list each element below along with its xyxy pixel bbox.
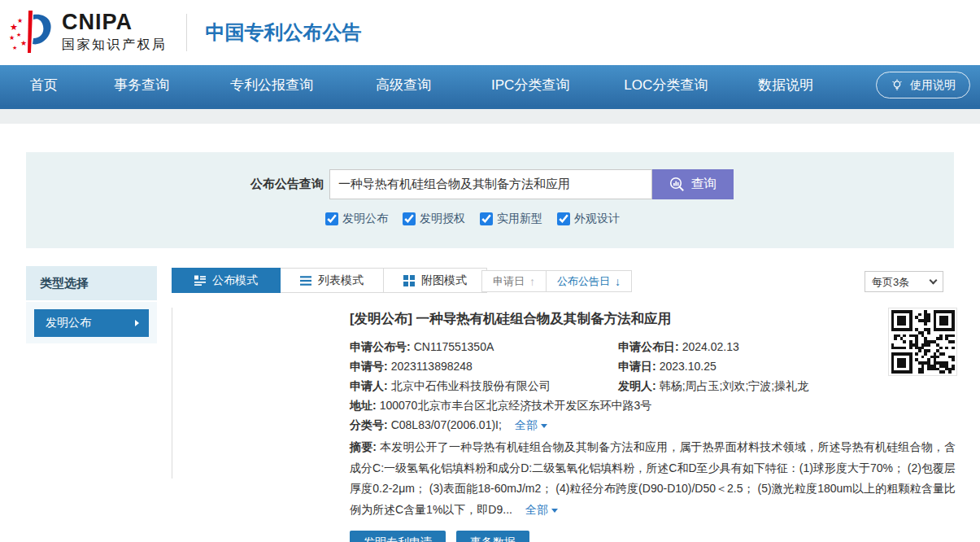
nav-item-loc-query[interactable]: LOC分类查询 [624, 76, 708, 94]
tab-label: 列表模式 [318, 273, 364, 288]
abstract-label: 摘要: [350, 440, 377, 453]
tab-label: 公布模式 [212, 273, 258, 288]
svg-text:★: ★ [12, 45, 17, 50]
page-header: ★ ★ ★ ★ ★ ★ CNIPA 国家知识产权局 中国专利公布公告 [0, 0, 980, 65]
tab-list-mode[interactable]: 列表模式 [281, 268, 384, 293]
field-value: 韩杨;周占玉;刘欢;宁波;操礼龙 [660, 379, 809, 392]
tab-label: 附图模式 [421, 273, 467, 288]
triangle-down-icon [541, 424, 547, 428]
main-nav: 首页 事务查询 专利公报查询 高级查询 IPC分类查询 LOC分类查询 数据说明… [0, 65, 980, 109]
sort-controls: 申请日 ↑ 公布公告日 ↓ [481, 270, 632, 292]
lightbulb-icon [891, 79, 904, 92]
arrow-down-icon: ↓ [615, 275, 621, 288]
field-value: 2023.10.25 [660, 360, 716, 373]
checkbox-invention-publication[interactable]: 发明公布 [325, 212, 388, 226]
invention-grant-checkbox[interactable] [403, 212, 416, 225]
field-label: 发明人: [618, 379, 656, 392]
checkbox-label: 发明公布 [342, 212, 388, 226]
cnipa-logo-icon: ★ ★ ★ ★ ★ ★ [8, 9, 55, 56]
transaction-data-button[interactable]: 事务数据 [456, 531, 529, 542]
nav-item-advanced-query[interactable]: 高级查询 [376, 76, 431, 94]
field-application-number: 申请号:2023113898248 [350, 356, 618, 376]
arrow-up-icon: ↑ [529, 275, 535, 288]
field-value: 100070北京市丰台区北京经济技术开发区东环中路3号 [380, 399, 652, 412]
type-sidebar: 类型选择 发明公布 [26, 266, 157, 343]
field-applicant: 申请人:北京中石伟业科技股份有限公司 [350, 376, 618, 396]
search-input[interactable] [329, 169, 652, 199]
nav-item-transaction-query[interactable]: 事务查询 [114, 76, 169, 94]
field-value: CN117551350A [414, 340, 494, 353]
publication-mode-icon [194, 275, 206, 286]
chevron-right-icon [135, 320, 139, 326]
field-label: 申请人: [350, 379, 388, 392]
usage-help-label: 使用说明 [910, 78, 956, 93]
more-link-label: 全部 [515, 418, 538, 431]
logo-acronym: CNIPA [62, 11, 168, 33]
patent-abstract: 摘要:本发明公开了一种导热有机硅组合物及其制备方法和应用，属于热界面材料技术领域… [350, 437, 956, 520]
sidebar-title: 类型选择 [26, 266, 157, 302]
more-link-label: 全部 [525, 503, 548, 516]
triangle-down-icon [551, 509, 558, 513]
tab-figure-mode[interactable]: 附图模式 [384, 268, 487, 293]
field-publication-number: 申请公布号:CN117551350A [350, 337, 618, 356]
invention-publication-checkbox[interactable] [325, 212, 338, 225]
sort-by-publication-date[interactable]: 公布公告日 ↓ [546, 271, 631, 291]
checkbox-invention-grant[interactable]: 发明授权 [403, 212, 465, 226]
field-classification: 分类号:C08L83/07(2006.01)I;全部 [350, 415, 956, 435]
sort-by-application-date[interactable]: 申请日 ↑ [482, 271, 546, 291]
field-value: 2023113898248 [391, 360, 473, 373]
list-mode-icon [300, 275, 311, 286]
tab-publication-mode[interactable]: 公布模式 [172, 268, 281, 293]
search-chart-icon [669, 177, 685, 192]
qr-code-image [888, 308, 957, 376]
search-label: 公布公告查询 [26, 177, 324, 192]
design-checkbox[interactable] [557, 212, 570, 225]
checkbox-design[interactable]: 外观设计 [557, 212, 620, 226]
usage-help-button[interactable]: 使用说明 [876, 72, 970, 98]
classification-more-link[interactable]: 全部 [515, 418, 547, 431]
nav-item-gazette-query[interactable]: 专利公报查询 [230, 76, 313, 94]
checkbox-label: 外观设计 [574, 212, 620, 226]
page-size-select[interactable]: 每页3条 [865, 271, 943, 292]
figure-mode-icon [403, 275, 415, 286]
cnipa-logo: ★ ★ ★ ★ ★ ★ CNIPA 国家知识产权局 [8, 9, 168, 56]
sidebar-item-label: 发明公布 [46, 316, 91, 330]
result-left-rule [172, 308, 172, 479]
patent-title-text: 一种导热有机硅组合物及其制备方法和应用 [416, 311, 672, 326]
checkbox-label: 发明授权 [420, 212, 465, 226]
patent-type-tag: [发明公布] [350, 311, 412, 326]
field-label: 申请公布日: [618, 340, 679, 353]
logo-org-name: 国家知识产权局 [62, 37, 168, 54]
view-mode-tabs: 公布模式 列表模式 附图模式 [172, 268, 487, 293]
svg-text:★: ★ [16, 32, 21, 37]
svg-text:★: ★ [9, 34, 15, 42]
abstract-more-link[interactable]: 全部 [525, 503, 558, 516]
query-button-label: 查询 [691, 176, 717, 193]
sort-label: 公布公告日 [557, 274, 610, 289]
field-value: 2024.02.13 [682, 340, 739, 353]
field-value: 北京中石伟业科技股份有限公司 [391, 379, 551, 392]
nav-item-ipc-query[interactable]: IPC分类查询 [491, 76, 569, 94]
site-title: 中国专利公布公告 [206, 20, 362, 46]
utility-model-checkbox[interactable] [480, 212, 493, 225]
search-panel: 公布公告查询 查询 发明公布 发明授权 实用新型 外观 [26, 152, 954, 248]
sort-label: 申请日 [493, 274, 525, 289]
header-divider [186, 14, 187, 51]
field-label: 地址: [350, 399, 377, 412]
invention-application-button[interactable]: 发明专利申请 [350, 531, 446, 542]
nav-item-home[interactable]: 首页 [30, 76, 58, 94]
field-label: 申请号: [350, 360, 388, 373]
field-inventors: 发明人:韩杨;周占玉;刘欢;宁波;操礼龙 [618, 376, 956, 396]
checkbox-utility-model[interactable]: 实用新型 [480, 212, 542, 226]
page-size-select-wrap: 每页3条 [865, 271, 943, 292]
patent-fields: 申请公布号:CN117551350A 申请公布日:2024.02.13 申请号:… [350, 337, 956, 435]
patent-title: [发明公布] 一种导热有机硅组合物及其制备方法和应用 [350, 310, 956, 328]
field-label: 申请公布号: [350, 340, 411, 353]
nav-item-data-description[interactable]: 数据说明 [758, 76, 813, 94]
field-address: 地址:100070北京市丰台区北京经济技术开发区东环中路3号 [350, 396, 956, 415]
svg-text:★: ★ [20, 39, 27, 47]
sidebar-item-invention-publication[interactable]: 发明公布 [34, 309, 149, 337]
field-label: 分类号: [350, 418, 388, 431]
query-button[interactable]: 查询 [652, 169, 734, 199]
field-value: C08L83/07(2006.01)I; [391, 418, 502, 431]
